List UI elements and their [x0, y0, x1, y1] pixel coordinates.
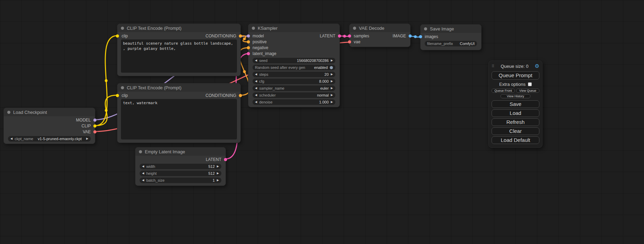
node-empty-latent-image[interactable]: Empty Latent Image LATENT ◀ width 512 ▶ … [135, 147, 226, 186]
save-button[interactable]: Save [492, 100, 539, 108]
latent-port-dot[interactable] [338, 34, 341, 38]
increment-arrow-icon[interactable]: ▶ [331, 73, 333, 76]
node-save-image[interactable]: Save Image images filename_prefix ComfyU… [420, 24, 482, 50]
latent-port-dot[interactable] [247, 52, 250, 55]
decrement-arrow-icon[interactable]: ◀ [10, 137, 12, 140]
queue-front-button[interactable]: Queue Front [492, 89, 515, 93]
image-port-dot[interactable] [419, 35, 422, 38]
increment-arrow-icon[interactable]: ▶ [217, 165, 219, 168]
seed-widget[interactable]: ◀ seed 156680208700286 ▶ [253, 58, 335, 63]
clip-input-port[interactable]: clip [121, 33, 128, 39]
width-widget[interactable]: ◀ width 512 ▶ [140, 164, 221, 169]
decrement-arrow-icon[interactable]: ◀ [142, 179, 144, 182]
denoise-widget[interactable]: ◀ denoise 1.000 ▶ [253, 99, 335, 105]
model-output-port[interactable]: MODEL [7, 117, 91, 123]
node-titlebar[interactable]: VAE Decode [350, 24, 410, 32]
image-output-port[interactable]: IMAGE [392, 33, 407, 39]
conditioning-output-port[interactable]: CONDITIONING [205, 92, 237, 98]
vae-port-dot[interactable] [93, 130, 97, 134]
prompt-textarea[interactable]: beautiful scenery nature glass bottle la… [121, 39, 237, 73]
vae-port-dot[interactable] [348, 40, 351, 44]
latent-port-dot[interactable] [348, 34, 351, 38]
clip-output-port[interactable]: CLIP [7, 123, 91, 129]
steps-widget[interactable]: ◀ steps 20 ▶ [253, 72, 335, 77]
decrement-arrow-icon[interactable]: ◀ [255, 101, 257, 103]
increment-arrow-icon[interactable]: ▶ [217, 179, 219, 182]
view-history-button[interactable]: View History [501, 94, 530, 98]
load-default-button[interactable]: Load Default [492, 136, 539, 144]
node-titlebar[interactable]: Empty Latent Image [135, 147, 226, 156]
increment-arrow-icon[interactable]: ▶ [331, 94, 333, 97]
conditioning-port-dot[interactable] [247, 46, 250, 49]
increment-arrow-icon[interactable]: ▶ [331, 87, 333, 90]
random-seed-widget[interactable]: Random seed after every gen enabled [253, 65, 335, 70]
conditioning-port-dot[interactable] [239, 94, 242, 97]
collapse-toggle-icon[interactable] [7, 111, 10, 114]
node-load-checkpoint[interactable]: Load Checkpoint MODEL CLIP VAE ◀ ckpt_na… [3, 108, 95, 144]
clip-port-dot[interactable] [93, 124, 97, 128]
node-titlebar[interactable]: CLIP Text Encode (Prompt) [117, 24, 240, 32]
node-clip-text-encode-positive[interactable]: CLIP Text Encode (Prompt) clip CONDITION… [117, 24, 241, 76]
node-titlebar[interactable]: CLIP Text Encode (Prompt) [117, 83, 240, 92]
clip-port-dot[interactable] [116, 94, 119, 97]
node-ksampler[interactable]: KSampler model LATENT positive negative … [248, 24, 340, 107]
cfg-widget[interactable]: ◀ cfg 8.000 ▶ [253, 79, 335, 84]
image-port-dot[interactable] [408, 34, 412, 38]
batch-size-widget[interactable]: ◀ batch_size 1 ▶ [140, 178, 221, 183]
decrement-arrow-icon[interactable]: ◀ [255, 80, 257, 83]
latent-image-input-port[interactable]: latent_image [252, 51, 336, 56]
clip-input-port[interactable]: clip [121, 92, 128, 98]
node-vae-decode[interactable]: VAE Decode samples IMAGE vae [349, 24, 411, 47]
collapse-toggle-icon[interactable] [121, 86, 124, 89]
increment-arrow-icon[interactable]: ▶ [331, 101, 333, 103]
conditioning-port-dot[interactable] [239, 34, 242, 38]
extra-options-checkbox[interactable] [528, 82, 532, 86]
scheduler-widget[interactable]: ◀ scheduler normal ▶ [253, 92, 335, 98]
height-widget[interactable]: ◀ height 512 ▶ [140, 171, 221, 176]
decrement-arrow-icon[interactable]: ◀ [255, 59, 257, 62]
sampler-name-widget[interactable]: ◀ sampler_name euler ▶ [253, 85, 335, 91]
model-port-dot[interactable] [93, 118, 97, 122]
collapse-toggle-icon[interactable] [139, 150, 142, 153]
gear-icon[interactable]: ⚙ [535, 63, 539, 69]
node-titlebar[interactable]: Save Image [421, 25, 481, 33]
load-button[interactable]: Load [492, 109, 539, 117]
vae-input-port[interactable]: vae [353, 39, 407, 45]
decrement-arrow-icon[interactable]: ◀ [255, 94, 257, 97]
decrement-arrow-icon[interactable]: ◀ [142, 165, 144, 168]
increment-arrow-icon[interactable]: ▶ [217, 172, 219, 175]
model-port-dot[interactable] [247, 34, 250, 38]
queue-prompt-button[interactable]: Queue Prompt [492, 71, 539, 80]
increment-arrow-icon[interactable]: ▶ [331, 59, 333, 62]
samples-input-port[interactable]: samples [353, 33, 369, 39]
node-titlebar[interactable]: KSampler [248, 24, 339, 32]
images-input-port[interactable]: images [424, 34, 478, 39]
collapse-toggle-icon[interactable] [252, 27, 255, 30]
vae-output-port[interactable]: VAE [7, 129, 91, 135]
decrement-arrow-icon[interactable]: ◀ [255, 87, 257, 90]
collapse-toggle-icon[interactable] [353, 27, 356, 30]
collapse-toggle-icon[interactable] [424, 27, 427, 30]
model-input-port[interactable]: model [252, 33, 264, 39]
increment-arrow-icon[interactable]: ▶ [86, 137, 88, 140]
drag-handle-icon[interactable]: ⠿ [492, 64, 494, 69]
filename-prefix-widget[interactable]: filename_prefix ComfyUI [425, 41, 477, 46]
latent-output-port[interactable]: LATENT [139, 156, 222, 162]
negative-input-port[interactable]: negative [252, 45, 336, 51]
latent-output-port[interactable]: LATENT [320, 33, 336, 39]
increment-arrow-icon[interactable]: ▶ [331, 80, 333, 83]
conditioning-output-port[interactable]: CONDITIONING [205, 33, 237, 39]
latent-port-dot[interactable] [224, 158, 227, 161]
refresh-button[interactable]: Refresh [492, 118, 539, 126]
clip-port-dot[interactable] [116, 34, 119, 38]
decrement-arrow-icon[interactable]: ◀ [255, 73, 257, 76]
toggle-dot[interactable] [330, 66, 333, 69]
prompt-textarea[interactable]: text, watermark [121, 99, 237, 139]
ckpt-name-widget[interactable]: ◀ ckpt_name v1-5-pruned-emaonly.ckpt ▶ [8, 136, 91, 142]
view-queue-button[interactable]: View Queue [516, 89, 539, 93]
node-clip-text-encode-negative[interactable]: CLIP Text Encode (Prompt) clip CONDITION… [117, 83, 241, 143]
decrement-arrow-icon[interactable]: ◀ [142, 172, 144, 175]
node-titlebar[interactable]: Load Checkpoint [4, 108, 95, 116]
collapse-toggle-icon[interactable] [121, 27, 124, 30]
conditioning-port-dot[interactable] [247, 40, 250, 44]
